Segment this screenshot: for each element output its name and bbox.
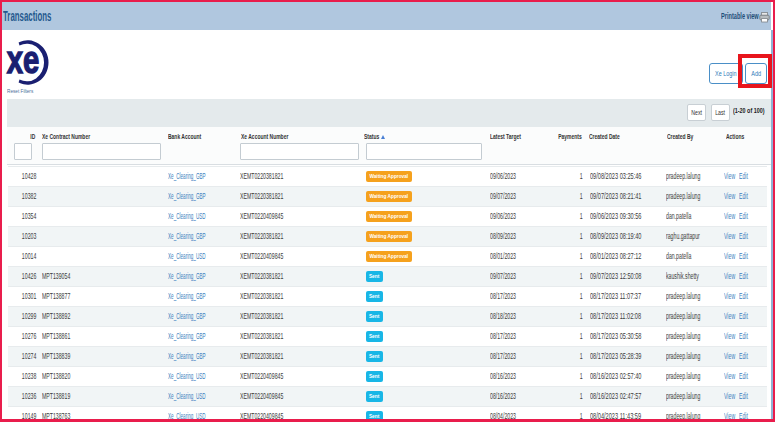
svg-text:xe: xe bbox=[7, 39, 40, 81]
